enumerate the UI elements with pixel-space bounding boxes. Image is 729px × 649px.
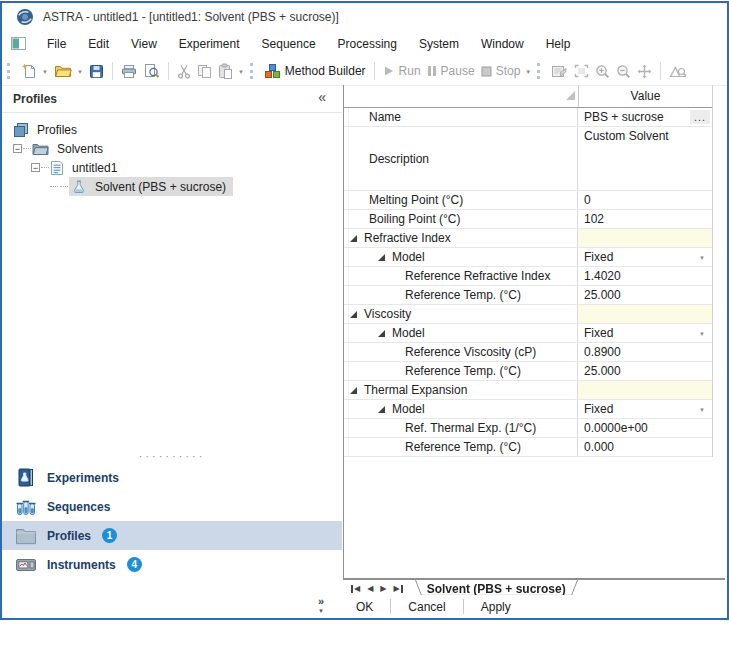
prop-value[interactable]: Fixed▼ bbox=[578, 324, 712, 342]
grid-row: Boiling Point (°C)102 bbox=[344, 210, 712, 229]
tree-expander-icon[interactable]: − bbox=[13, 144, 22, 153]
prop-label-text: Viscosity bbox=[364, 307, 411, 321]
grid-header-name-column[interactable] bbox=[344, 85, 579, 107]
prop-label-text: Model bbox=[392, 326, 425, 340]
menu-window[interactable]: Window bbox=[470, 33, 535, 55]
stop-button[interactable]: Stop▼ bbox=[478, 62, 535, 80]
next-page-icon[interactable]: ▶ bbox=[380, 585, 386, 593]
mdi-child-icon bbox=[11, 37, 26, 50]
last-page-icon[interactable]: ▶ bbox=[393, 585, 402, 593]
menu-view[interactable]: View bbox=[120, 33, 168, 55]
baseline-peak-button[interactable] bbox=[666, 62, 690, 81]
dropdown-caret-icon[interactable]: ▼ bbox=[699, 407, 705, 413]
ellipsis-button[interactable]: ... bbox=[690, 110, 710, 124]
prop-value[interactable]: 0.8900 bbox=[578, 343, 712, 361]
grid-row: Melting Point (°C)0 bbox=[344, 191, 712, 210]
nav-item-experiments[interactable]: Experiments bbox=[2, 463, 342, 492]
cut-button[interactable] bbox=[174, 62, 194, 81]
grid-header-value-column[interactable]: Value bbox=[579, 85, 712, 107]
collapse-triangle-icon[interactable] bbox=[378, 330, 385, 337]
splitter-handle[interactable]: ·········· bbox=[2, 451, 342, 461]
prop-value[interactable]: PBS + sucrose... bbox=[578, 108, 712, 126]
prop-value[interactable]: 0.0000e+00 bbox=[578, 419, 712, 437]
collapse-triangle-icon[interactable] bbox=[378, 254, 385, 261]
prop-value[interactable]: Fixed▼ bbox=[578, 248, 712, 266]
copy-button[interactable] bbox=[194, 62, 215, 81]
dropdown-caret-icon[interactable]: ▼ bbox=[525, 69, 531, 75]
tree-item-profiles[interactable]: Profiles bbox=[2, 120, 342, 139]
properties-button[interactable] bbox=[548, 62, 571, 81]
collapse-triangle-icon[interactable] bbox=[378, 406, 385, 413]
prop-value[interactable]: 0.000 bbox=[578, 438, 712, 456]
nav-item-label: Experiments bbox=[47, 471, 119, 485]
prop-value[interactable]: 25.000 bbox=[578, 286, 712, 304]
cancel-button[interactable]: Cancel bbox=[400, 597, 453, 617]
overflow-caret-icon: ▼ bbox=[318, 607, 324, 615]
method-builder-button[interactable]: Method Builder bbox=[261, 61, 369, 81]
menu-help[interactable]: Help bbox=[535, 33, 582, 55]
prop-value[interactable] bbox=[578, 305, 712, 323]
prop-value[interactable]: Custom Solvent bbox=[578, 127, 712, 190]
print-preview-button[interactable] bbox=[140, 61, 163, 81]
dropdown-caret-icon[interactable]: ▼ bbox=[238, 69, 244, 75]
menu-file[interactable]: File bbox=[36, 33, 77, 55]
menu-processing[interactable]: Processing bbox=[327, 33, 408, 55]
prop-value[interactable] bbox=[578, 229, 712, 247]
collapse-triangle-icon[interactable] bbox=[350, 235, 357, 242]
prev-page-icon[interactable]: ◀ bbox=[367, 585, 373, 593]
prop-value[interactable]: 1.4020 bbox=[578, 267, 712, 285]
select-region-button[interactable] bbox=[571, 62, 592, 80]
run-button[interactable]: Run bbox=[380, 62, 424, 80]
toolbar-grip[interactable] bbox=[250, 63, 256, 79]
nav-item-sequences[interactable]: Sequences bbox=[2, 492, 342, 521]
dropdown-caret-icon[interactable]: ▼ bbox=[699, 331, 705, 337]
apply-button[interactable]: Apply bbox=[473, 597, 519, 617]
zoom-in-button[interactable] bbox=[592, 62, 613, 81]
cut-icon bbox=[177, 64, 191, 79]
document-icon bbox=[50, 160, 64, 176]
paste-button[interactable]: ▼ bbox=[215, 61, 247, 81]
prop-value[interactable]: 102 bbox=[578, 210, 712, 228]
tree-connector bbox=[50, 186, 58, 187]
ok-button[interactable]: OK bbox=[348, 597, 381, 617]
experiments-icon bbox=[15, 468, 37, 488]
menu-experiment[interactable]: Experiment bbox=[168, 33, 251, 55]
print-button[interactable] bbox=[118, 62, 140, 81]
nav-item-label: Sequences bbox=[47, 500, 110, 514]
tree-item-untitled1[interactable]: −untitled1 bbox=[2, 158, 342, 177]
prop-value-text: Fixed bbox=[584, 402, 613, 416]
toolbar-separator bbox=[660, 62, 661, 80]
panel-title: Profiles bbox=[13, 92, 57, 106]
nav-item-profiles[interactable]: Profiles1 bbox=[2, 521, 342, 550]
pan-button[interactable] bbox=[634, 62, 655, 81]
menu-system[interactable]: System bbox=[408, 33, 470, 55]
nav-item-instruments[interactable]: Instruments4 bbox=[2, 550, 342, 579]
prop-value[interactable]: Fixed▼ bbox=[578, 400, 712, 418]
tree-item-solvents[interactable]: −Solvents bbox=[2, 139, 342, 158]
collapse-triangle-icon[interactable] bbox=[350, 311, 357, 318]
zoom-out-button[interactable] bbox=[613, 62, 634, 81]
prop-value[interactable]: 0 bbox=[578, 191, 712, 209]
prop-label-text: Ref. Thermal Exp. (1/°C) bbox=[405, 421, 536, 435]
dropdown-caret-icon[interactable]: ▼ bbox=[699, 255, 705, 261]
first-page-icon[interactable]: ◀ bbox=[351, 585, 360, 593]
dropdown-caret-icon[interactable]: ▼ bbox=[77, 69, 83, 75]
pause-button[interactable]: Pause bbox=[424, 62, 478, 80]
new-document-button[interactable]: ▼ bbox=[18, 61, 51, 81]
tab-nav-controls: ◀ ◀ ▶ ▶ bbox=[351, 585, 403, 593]
nav-overflow-button[interactable]: » ▼ bbox=[318, 597, 324, 615]
tree-item-solvent-pbs-sucrose-[interactable]: Solvent (PBS + sucrose) bbox=[2, 177, 342, 196]
dropdown-caret-icon[interactable]: ▼ bbox=[42, 69, 48, 75]
open-folder-button[interactable]: ▼ bbox=[51, 62, 86, 80]
save-button[interactable] bbox=[86, 62, 107, 81]
prop-value[interactable] bbox=[578, 381, 712, 399]
collapse-triangle-icon[interactable] bbox=[350, 387, 357, 394]
toolbar-grip[interactable] bbox=[7, 63, 13, 79]
panel-header: Profiles « bbox=[2, 85, 342, 113]
tree-expander-icon[interactable]: − bbox=[31, 163, 40, 172]
menu-edit[interactable]: Edit bbox=[77, 33, 120, 55]
toolbar-grip[interactable] bbox=[537, 63, 543, 79]
menu-sequence[interactable]: Sequence bbox=[251, 33, 327, 55]
collapse-panel-icon[interactable]: « bbox=[318, 89, 326, 105]
prop-value[interactable]: 25.000 bbox=[578, 362, 712, 380]
